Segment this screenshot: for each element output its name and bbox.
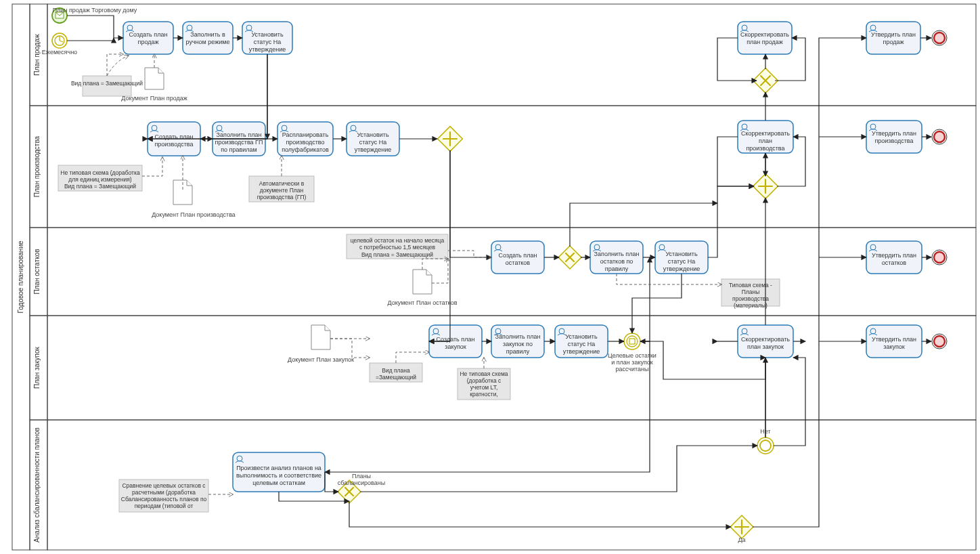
svg-text:Утвердить планпроизводства: Утвердить планпроизводства: [872, 130, 916, 144]
annotation-balance: Сравнение целевых остатков срасчетными (…: [119, 480, 208, 512]
svg-text:Установитьстатус Наутверждение: Установитьстатус Наутверждение: [249, 31, 286, 53]
end-event-prod: [932, 129, 947, 144]
svg-text:целевой остаток на начало меся: целевой остаток на начало месяцас потреб…: [351, 237, 445, 258]
task-balance: Произвести анализ планов навыполнимость …: [233, 452, 325, 492]
lane-title-balance: Анализ сбалансированности планов: [33, 427, 41, 542]
annotation-purch-scheme: Не типовая схема(доработка сучетом LT,кр…: [458, 368, 510, 400]
doc-purch-label: Документ План закупок: [288, 356, 354, 363]
gateway-stock-x: [558, 246, 581, 269]
svg-rect-1: [47, 4, 976, 106]
svg-text:Установитьстатус Наутверждение: Установитьстатус Наутверждение: [355, 131, 392, 153]
start-message-label: План продаж Торговому дому: [53, 7, 137, 14]
task-purch-status: Установитьстатус Наутверждение: [555, 325, 608, 358]
task-purch-correct: Скорректироватьплан закупок: [738, 325, 793, 358]
svg-rect-26: [866, 22, 920, 54]
svg-text:Скорректироватьплан продаж: Скорректироватьплан продаж: [740, 31, 789, 45]
end-event-sales: [932, 30, 947, 45]
task-stock-create: Создать планостатков: [491, 241, 544, 274]
annotation-prod-scheme: Не типовая схема (доработкадля единиц из…: [58, 165, 142, 191]
svg-text:Заполнить вручном режиме: Заполнить вручном режиме: [186, 31, 230, 45]
task-prod-correct: Скорректироватьпланпроизводства: [738, 121, 793, 153]
task-purch-fill: Заполнить планзакупок поправилу: [491, 325, 544, 358]
task-stock-status: Установитьстатус Наутверждение: [655, 241, 708, 274]
end-event-purch: [932, 334, 947, 349]
svg-text:Установитьстатус Наутверждение: Установитьстатус Наутверждение: [563, 333, 600, 355]
annotation-prod-auto: Автоматически вдокументе Планпроизводств…: [249, 176, 314, 202]
task-prod-approve: Утвердить планпроизводства: [866, 121, 922, 153]
svg-text:Целевые остаткии план закупокр: Целевые остаткии план закупокрассчитаны: [608, 352, 656, 372]
svg-rect-17: [183, 22, 233, 54]
doc-stock: [413, 270, 432, 294]
task-sales-approve: Утвердить планпродаж: [866, 22, 920, 54]
svg-text:Установитьстатус Наутверждение: Установитьстатус Наутверждение: [663, 251, 700, 272]
svg-text:Создать планпроизводства: Создать планпроизводства: [154, 133, 193, 148]
annotation-sales-type: Вид плана = Замещающий: [71, 76, 143, 96]
pool-title: Годовое планирование: [17, 240, 24, 313]
svg-text:Вид плана = Замещающий: Вид плана = Замещающий: [71, 80, 143, 87]
task-prod-status: Установитьстатус Наутверждение: [347, 122, 399, 156]
lane-title-purch: План закупок: [33, 346, 41, 388]
svg-text:Распланироватьпроизводствополу: Распланироватьпроизводствополуфабрикатов: [282, 131, 329, 153]
lanes: План продаж План производства План остат…: [30, 4, 976, 550]
start-timer-event: [52, 33, 67, 48]
label-yes: Да: [738, 536, 745, 543]
doc-sales: [145, 68, 164, 89]
end-event-stock: [932, 250, 947, 265]
task-stock-fill: Заполнить планостатков поправилу: [590, 241, 643, 274]
intermediate-event-purch: [624, 333, 640, 349]
svg-point-103: [934, 336, 945, 347]
gateway-prod-join: [753, 174, 778, 199]
lane-title-prod: План производства: [33, 135, 41, 197]
gateway-sales-x: [753, 68, 778, 93]
annotation-stock-top: целевой остаток на начало месяцас потреб…: [347, 234, 448, 259]
doc-stock-label: Документ План остатков: [388, 299, 458, 306]
task-purch-approve: Утвердить планзакупок: [866, 325, 922, 358]
svg-text:Планысбалансированы: Планысбалансированы: [338, 473, 385, 486]
svg-rect-14: [123, 22, 173, 54]
svg-rect-49: [866, 121, 922, 153]
lane-title-sales: План продаж: [33, 34, 41, 76]
task-sales-correct: Скорректироватьплан продаж: [738, 22, 792, 54]
svg-point-53: [934, 131, 945, 142]
svg-point-78: [934, 252, 945, 263]
doc-purch: [311, 325, 330, 349]
svg-text:Не типовая схема (доработкадля: Не типовая схема (доработкадля единиц из…: [60, 169, 140, 190]
gateway-prod-split: [438, 127, 463, 152]
svg-text:Заполнить планпроизводства ГПп: Заполнить планпроизводства ГПпо правилам: [215, 131, 263, 153]
annotation-stock-scheme: Типовая схема -Планыпроизводства(материа…: [721, 279, 780, 309]
svg-point-30: [934, 33, 945, 43]
bpmn-diagram: Годовое планирование План продаж План пр…: [0, 0, 980, 554]
start-timer-label: Ежемесячно: [42, 49, 77, 56]
gateway-balance-yes: [730, 515, 753, 538]
annotation-purch-type: Вид плана=Замещающий: [370, 363, 422, 382]
task-sales-create: Создать планпродаж: [123, 22, 173, 54]
lane-title-stock: План остатков: [33, 249, 41, 294]
task-prod-semi: Распланироватьпроизводствополуфабрикатов: [277, 122, 333, 156]
svg-text:Автоматически вдокументе Планп: Автоматически вдокументе Планпроизводств…: [257, 180, 307, 200]
gateway-balance-no: [757, 438, 774, 454]
doc-sales-label: Документ План продаж: [121, 95, 187, 102]
task-stock-approve: Утвердить планостатков: [866, 241, 922, 274]
doc-prod-label: Документ План производства: [152, 211, 236, 218]
svg-rect-23: [738, 22, 792, 54]
task-sales-status: Установитьстатус Наутверждение: [242, 22, 292, 54]
task-sales-fill: Заполнить вручном режиме: [183, 22, 233, 54]
svg-text:Скорректироватьплан закупок: Скорректироватьплан закупок: [741, 336, 790, 350]
